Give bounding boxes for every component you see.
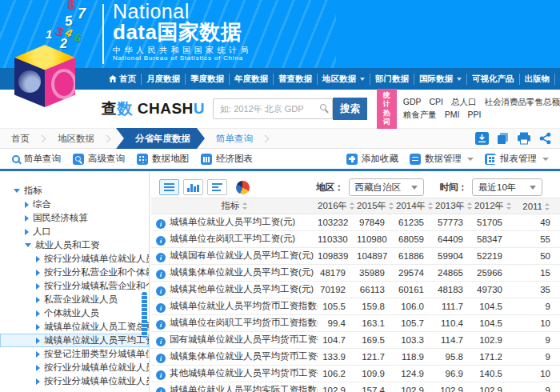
nav-item-6[interactable]: 部门数据 xyxy=(370,74,414,85)
breadcrumb-region-data[interactable]: 地区数据 xyxy=(58,133,94,145)
info-icon[interactable]: i xyxy=(156,387,166,392)
table-view-toggle[interactable] xyxy=(159,179,179,195)
nav-item-0[interactable]: 首页 xyxy=(104,74,141,85)
column-header-label: 2012年 xyxy=(474,201,504,210)
nav-item-5[interactable]: 地区数据 xyxy=(317,74,370,85)
value-cell-r4-c0: 70192 xyxy=(318,282,357,298)
value-cell-r2-c4: 52219 xyxy=(474,248,514,265)
nav-item-2[interactable]: 季度数据 xyxy=(185,74,229,85)
info-icon[interactable]: i xyxy=(156,253,166,262)
info-icon[interactable]: i xyxy=(156,286,166,296)
report-manage-menu[interactable]: 报表管理 xyxy=(485,153,549,165)
info-icon[interactable]: i xyxy=(156,337,166,346)
breadcrumb-simple-query[interactable]: 简单查询 xyxy=(216,133,253,145)
breadcrumb-active-annual-by-province[interactable]: 分省年度数据 xyxy=(116,128,205,149)
value-cell-r5-c1: 159.8 xyxy=(357,298,396,315)
share-icon[interactable] xyxy=(538,132,552,145)
sidebar-item-3[interactable]: 人口 xyxy=(0,225,149,238)
info-icon[interactable]: i xyxy=(156,270,166,279)
add-favorite-button[interactable]: 添加收藏 xyxy=(346,153,398,165)
sidebar-item-10[interactable]: 城镇单位就业人员工资总额和指数 xyxy=(0,320,149,334)
list-icon xyxy=(410,154,421,165)
search-button[interactable]: 搜索 xyxy=(333,98,367,120)
column-header-year-2[interactable]: 2015年 xyxy=(357,198,396,214)
value-cell-r5-c0: 105.5 xyxy=(318,298,357,315)
advanced-query-tab[interactable]: 高级查询 xyxy=(73,153,125,165)
column-header-indicator[interactable]: 指标 xyxy=(151,198,318,214)
nav-item-1[interactable]: 月度数据 xyxy=(141,74,185,85)
info-icon[interactable]: i xyxy=(156,219,166,229)
time-select[interactable]: 最近10年 xyxy=(472,178,542,196)
value-cell-r8-c3: 95.8 xyxy=(435,349,474,366)
sidebar-item-label: 按行业分城镇私营企业和个体就业 xyxy=(44,280,149,292)
hot-word-1[interactable]: PMI xyxy=(445,109,460,122)
data-map-tab[interactable]: 数据地图 xyxy=(137,153,189,165)
sidebar-item-13[interactable]: 按行业分城镇单位就业人员工资总 xyxy=(0,361,149,374)
column-header-year-3[interactable]: 2014年 xyxy=(396,198,435,214)
sidebar-item-5[interactable]: 按行业分城镇单位就业人员 xyxy=(0,252,149,266)
economic-charts-label: 经济图表 xyxy=(216,153,253,165)
pie-chart-view-toggle[interactable] xyxy=(236,181,250,194)
bar-chart-view-toggle[interactable] xyxy=(183,179,203,195)
sidebar-item-8[interactable]: 私营企业就业人员 xyxy=(0,293,149,306)
info-icon[interactable]: i xyxy=(156,320,166,330)
economic-charts-tab[interactable]: 经济图表 xyxy=(201,153,253,165)
search-input[interactable] xyxy=(213,98,333,119)
nav-item-9[interactable]: 出版物 xyxy=(519,74,555,85)
breadcrumb-home[interactable]: 首页 xyxy=(11,133,30,145)
sidebar-item-label: 城镇单位就业人员平均工资和指数 xyxy=(44,334,149,346)
data-manage-menu[interactable]: 数据管理 xyxy=(410,153,474,165)
value-cell-r0-c0: 103232 xyxy=(318,214,357,231)
sidebar-item-label: 按行业分私营企业和个体就业人员 xyxy=(44,266,149,278)
nav-item-3[interactable]: 年度数据 xyxy=(229,74,273,85)
info-icon[interactable]: i xyxy=(156,354,166,363)
download-icon[interactable] xyxy=(475,132,489,145)
nav-item-label: 部门数据 xyxy=(375,74,409,85)
copy-icon[interactable] xyxy=(496,132,510,145)
row-indicator-cell: i其他城镇单位就业人员平均货币工资指数(上年=100) xyxy=(151,366,318,382)
data-table-wrap: 指标2016年2015年2014年2013年2012年2011 i城镇单位就业人… xyxy=(151,198,560,392)
hot-word-2[interactable]: PPI xyxy=(467,109,481,122)
info-icon[interactable]: i xyxy=(156,236,166,246)
hot-word-1[interactable]: CPI xyxy=(429,96,443,109)
region-select[interactable]: 西藏自治区 xyxy=(349,178,424,196)
info-icon[interactable]: i xyxy=(156,370,166,380)
column-header-year-6[interactable]: 2011 xyxy=(514,198,560,214)
hot-word-0[interactable]: 粮食产量 xyxy=(403,109,437,122)
hot-word-3[interactable]: 社会消费品零售总额 xyxy=(485,96,560,109)
nav-item-7[interactable]: 国际数据 xyxy=(414,74,466,85)
sidebar-item-9[interactable]: 个体就业人员 xyxy=(0,306,149,320)
chashu-logo: 查数 CHASHU xyxy=(102,98,205,119)
region-label: 地区： xyxy=(316,182,344,194)
column-header-year-4[interactable]: 2013年 xyxy=(435,198,474,214)
sidebar-item-7[interactable]: 按行业分城镇私营企业和个体就业 xyxy=(0,279,149,293)
column-header-year-1[interactable]: 2016年 xyxy=(318,198,357,214)
sidebar-item-11[interactable]: 城镇单位就业人员平均工资和指数 xyxy=(0,334,149,347)
print-icon[interactable] xyxy=(517,132,531,145)
sort-icon xyxy=(242,202,248,210)
hbar-chart-view-toggle[interactable] xyxy=(207,179,227,195)
sidebar-scrollbar[interactable] xyxy=(142,292,147,338)
nav-item-10[interactable]: 我的收藏 xyxy=(554,74,560,85)
value-cell-r9-c3: 96.9 xyxy=(435,366,474,382)
column-header-year-5[interactable]: 2012年 xyxy=(474,198,514,214)
sidebar-item-1[interactable]: 综合 xyxy=(0,198,149,211)
row-indicator-cell: i城镇单位就业人员平均实际工资指数(上年=100) xyxy=(151,382,318,392)
simple-query-tab[interactable]: 简单查询 xyxy=(12,153,61,165)
sidebar-item-0[interactable]: 指标 xyxy=(0,184,149,198)
sidebar-item-12[interactable]: 按登记注册类型分城镇单位就业人 xyxy=(0,347,149,361)
hot-word-0[interactable]: GDP xyxy=(403,96,422,109)
value-cell-r5-c4: 104.5 xyxy=(474,298,514,315)
hot-word-2[interactable]: 总人口 xyxy=(451,96,477,109)
chashu-cn-blue: 数 xyxy=(118,100,134,117)
column-header-label: 2011 xyxy=(522,202,542,211)
info-icon[interactable]: i xyxy=(156,303,166,313)
nav-item-8[interactable]: 可视化产品 xyxy=(466,74,519,85)
sidebar-item-4[interactable]: 就业人员和工资 xyxy=(0,238,149,252)
nav-item-4[interactable]: 普查数据 xyxy=(273,74,317,85)
row-indicator-label: 城镇集体单位就业人员平均工资(元) xyxy=(170,267,314,277)
value-cell-r3-c3: 24865 xyxy=(435,265,474,282)
sidebar-item-6[interactable]: 按行业分私营企业和个体就业人员 xyxy=(0,266,149,279)
sidebar-item-14[interactable]: 按行业分城镇单位就业人员平均工 xyxy=(0,374,149,388)
sidebar-item-2[interactable]: 国民经济核算 xyxy=(0,211,149,225)
